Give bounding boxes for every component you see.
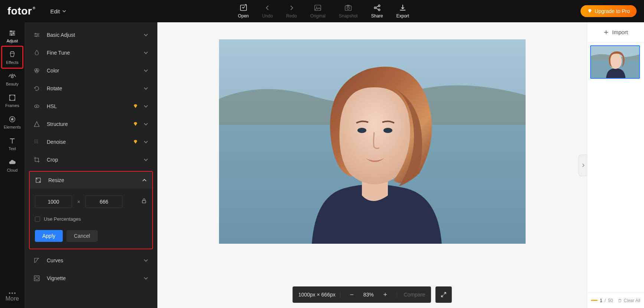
cloud-icon [8,158,17,166]
rail-beauty[interactable]: Beauty [0,68,24,90]
adjust-icon [8,29,17,37]
panel-label: Vignette [47,275,143,281]
panel-color[interactable]: Color [24,62,157,80]
panel-label: Crop [47,157,143,163]
snapshot-label: Snapshot [339,13,358,19]
svg-point-31 [37,141,38,142]
svg-point-12 [11,76,13,78]
panel-structure[interactable]: Structure [24,115,157,133]
svg-point-33 [36,143,37,143]
apply-button[interactable]: Apply [35,230,63,242]
panel-label: Structure [47,121,133,127]
text-icon [8,137,17,145]
svg-point-19 [37,35,39,36]
redo-button[interactable]: Redo [286,4,297,19]
rail-frames-label: Frames [5,103,19,108]
rail-more[interactable]: More [0,288,24,308]
zoom-in-button[interactable]: + [382,291,389,299]
snapshot-button[interactable]: Snapshot [339,4,358,19]
undo-button[interactable]: Undo [262,4,273,19]
trash-icon [618,298,622,303]
thumb-count-total: 50 [608,298,613,303]
svg-rect-1 [315,5,321,11]
rail-adjust[interactable]: Adjust [0,25,24,47]
rail-text-label: Text [9,146,16,151]
share-icon [373,4,381,12]
edit-menu-label: Edit [50,8,60,14]
original-label: Original [310,13,326,19]
times-symbol: × [77,199,80,205]
rail-cloud-label: Cloud [7,168,18,172]
edit-menu[interactable]: Edit [50,8,66,14]
original-button[interactable]: Original [310,4,326,19]
chevron-down-icon [143,157,148,162]
clear-all-label: Clear All [624,298,640,303]
thumb-count-current: 1 [600,298,602,303]
open-button[interactable]: Open [238,4,249,19]
chevron-down-icon [143,258,148,263]
rail-elements[interactable]: Elements [0,111,24,133]
resize-height-input[interactable] [85,195,122,208]
clear-all-button[interactable]: Clear All [618,298,640,303]
collapse-rightbar-handle[interactable] [579,155,587,176]
rail-cloud[interactable]: Cloud [0,155,24,176]
lock-aspect-button[interactable] [141,198,147,206]
chevron-down-icon [143,276,148,281]
panel-basic-adjust[interactable]: Basic Adjust [24,26,157,44]
chevron-down-icon [143,121,148,127]
more-icon [8,292,16,295]
share-label: Share [371,13,383,19]
snapshot-icon [344,4,352,12]
share-button[interactable]: Share [371,4,383,19]
svg-point-27 [36,140,37,140]
lock-icon [141,198,147,204]
panel-resize-header[interactable]: Resize [30,172,152,189]
fit-screen-button[interactable] [435,286,452,303]
panel-rotate[interactable]: Rotate [24,80,157,97]
panel-fine-tune[interactable]: Fine Tune [24,44,157,62]
panel-hsl[interactable]: HSL [24,97,157,115]
svg-point-4 [347,7,349,9]
canvas-image[interactable] [219,39,526,244]
sliders-icon [33,32,40,38]
use-percentages-checkbox[interactable]: Use Percentages [35,216,147,222]
chevron-down-icon [143,139,148,145]
hsl-icon [33,103,40,110]
svg-point-32 [35,143,35,143]
cancel-button[interactable]: Cancel [66,230,98,242]
panel-curves[interactable]: Curves [24,252,157,269]
compare-button[interactable]: Compare [397,292,425,298]
original-icon [314,4,322,12]
zoom-bar: 1000px × 666px − 83% + Compare [292,286,431,303]
storage-bar [591,300,598,301]
chevron-down-icon [143,32,148,38]
svg-point-28 [37,140,38,140]
export-button[interactable]: Export [396,4,409,19]
svg-point-2 [316,7,317,8]
rail-effects[interactable]: Effects [0,47,24,68]
svg-point-34 [37,143,38,143]
premium-diamond-icon [133,104,138,109]
zoom-out-button[interactable]: − [349,291,355,299]
upgrade-button[interactable]: Upgrade to Pro [581,5,637,17]
svg-point-8 [378,9,380,11]
panel-label: Fine Tune [47,50,143,56]
chevron-right-icon [581,163,585,168]
panel-resize-section: Resize × Use Percentages [29,171,153,249]
rail-frames[interactable]: Frames [0,90,24,111]
chevron-down-icon [143,50,148,55]
svg-rect-36 [142,201,146,203]
logo[interactable]: fotor ® [7,5,35,17]
panel-label: Basic Adjust [47,32,143,38]
import-button[interactable]: Import [587,22,644,42]
panel-denoise[interactable]: Denoise [24,133,157,151]
thumbnail[interactable] [590,45,640,79]
resize-width-input[interactable] [35,195,72,208]
svg-point-9 [10,30,12,32]
panel-vignette[interactable]: Vignette [24,269,157,287]
rail-text[interactable]: Text [0,133,24,155]
panel-crop[interactable]: Crop [24,151,157,169]
checkbox-icon [35,217,40,222]
color-icon [33,67,40,74]
export-label: Export [396,13,409,19]
